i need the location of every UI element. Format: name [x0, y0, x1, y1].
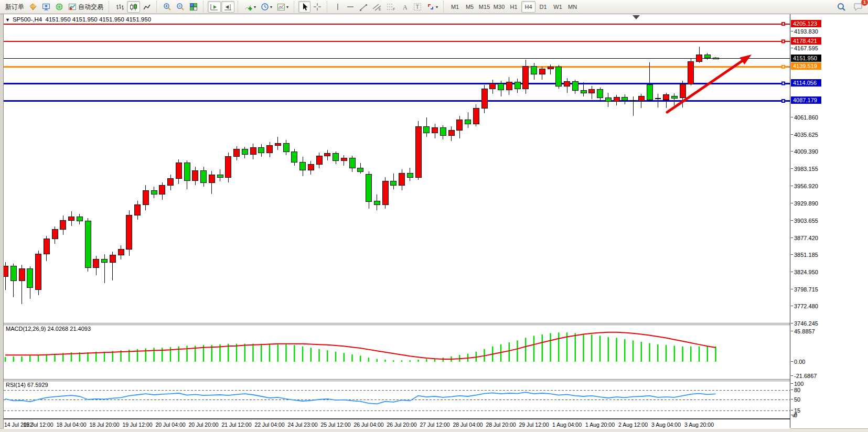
timeframe-button-h4[interactable]: H4 [521, 1, 535, 13]
macd-histogram-bar [699, 347, 700, 362]
user-monitor-icon[interactable] [40, 1, 52, 13]
candle-body [589, 89, 595, 93]
timeframe-button-w1[interactable]: W1 [551, 1, 565, 13]
macd-histogram-bar [401, 360, 402, 362]
macd-histogram-bar [335, 352, 336, 362]
candle-body [680, 84, 685, 98]
search-button[interactable] [835, 1, 848, 13]
macd-histogram-bar [715, 347, 716, 362]
templates-icon [277, 3, 285, 11]
candle-body [10, 266, 16, 280]
price-badge-4087-179: 4087.179 [791, 96, 821, 104]
zoom-in-icon[interactable] [161, 1, 174, 13]
price-tick-label: 3877.420 [794, 235, 818, 241]
hline-4205-123[interactable] [4, 22, 790, 26]
timeframe-button-h1[interactable]: H1 [507, 1, 521, 13]
candle-body [614, 97, 619, 102]
zoom-out-icon[interactable] [174, 1, 187, 13]
chart-canvas[interactable] [4, 15, 790, 420]
chart-shift-marker[interactable] [633, 15, 640, 19]
macd-histogram-bar [575, 333, 576, 362]
trendline-icon[interactable] [357, 1, 370, 13]
timeframe-button-mn[interactable]: MN [565, 1, 580, 13]
time-axis-label: 24 Jul 23:00 [287, 422, 317, 428]
cursor-icon[interactable] [298, 1, 310, 13]
chevron-down-icon: ▾ [436, 5, 438, 9]
horizontal-line-icon[interactable] [344, 1, 357, 13]
chat-button[interactable]: 1 [851, 1, 865, 13]
macd-histogram-bar [302, 347, 303, 362]
candle-body [448, 131, 454, 136]
candle-body [60, 221, 66, 230]
new-order-button[interactable]: 新订单 [2, 1, 26, 13]
candle-body [77, 217, 82, 221]
price-tick-label: 3798.715 [794, 286, 818, 293]
candlestick-chart-icon[interactable] [127, 1, 140, 13]
arrows-dropdown[interactable]: ▾ [424, 1, 440, 13]
horizontal-line-icon-icon [346, 3, 355, 10]
timeframe-button-m15[interactable]: M15 [477, 1, 491, 13]
candle-body [696, 55, 702, 62]
hline-4139-519[interactable] [4, 65, 790, 69]
macd-histogram-bar [277, 344, 278, 362]
macd-histogram-bar [657, 344, 658, 362]
macd-histogram-bar [318, 349, 319, 362]
candle-body [283, 144, 289, 152]
green-globe-icon[interactable] [53, 1, 66, 13]
indicators-dropdown[interactable]: ▾ [242, 1, 258, 13]
macd-histogram-bar [87, 352, 88, 362]
candle-body [308, 164, 314, 170]
crosshair-icon[interactable] [311, 1, 324, 13]
tile-windows-icon[interactable] [187, 1, 200, 13]
rsi-label: RSI(14) 67.5929 [6, 382, 48, 388]
chevron-down-icon: ▾ [254, 5, 256, 9]
macd-signal-line [5, 332, 716, 359]
svg-text:F: F [393, 7, 395, 11]
auto-trading-button[interactable]: 自动交易 [66, 1, 105, 13]
time-axis-label: 1 Aug 04:00 [552, 422, 582, 428]
chart-menu-icon[interactable]: ▼ [5, 17, 10, 23]
candle-body [556, 67, 562, 86]
candle-body [465, 120, 471, 124]
price-tick-label: 3851.185 [794, 252, 818, 258]
text-label-icon[interactable]: T [411, 1, 424, 13]
periods-dropdown[interactable]: ▾ [259, 1, 274, 13]
channel-icon[interactable]: E [370, 1, 384, 13]
timeframe-button-d1[interactable]: D1 [536, 1, 550, 13]
toolbar-separator [443, 1, 446, 13]
gold-package-icon-icon [29, 3, 37, 11]
fibonacci-icon[interactable]: F [384, 1, 398, 13]
vertical-line-icon[interactable] [331, 1, 344, 13]
svg-text:A: A [403, 4, 408, 11]
line-chart-icon[interactable] [141, 1, 153, 13]
candle-body [102, 259, 108, 262]
gold-package-icon[interactable] [27, 1, 39, 13]
macd-histogram-bar [46, 354, 47, 362]
candle-body [259, 147, 264, 153]
hline-4087-179[interactable] [4, 99, 790, 103]
candle-body [638, 96, 644, 101]
toolbar-separator [203, 1, 206, 13]
time-axis-label: 1 Aug 20:00 [585, 422, 615, 428]
text-icon[interactable]: A [399, 1, 411, 13]
templates-dropdown[interactable]: ▾ [275, 1, 291, 13]
timeframe-button-m1[interactable]: M1 [448, 1, 462, 13]
price-tick-label: 3983.155 [794, 166, 818, 172]
candle-body [19, 269, 25, 280]
time-axis-label: 18 Jul 20:00 [89, 422, 119, 428]
bar-chart-icon[interactable] [113, 1, 126, 13]
auto-scroll-icon[interactable] [208, 1, 221, 13]
main-toolbar: 新订单自动交易▾▾▾EFAT▾M1M5M15M30H1H4D1W1MN1 [0, 0, 868, 14]
candle-body [110, 255, 115, 263]
chart-title-row: ▼SP500-,H4 4151.950 4151.950 4151.950 41… [5, 16, 151, 23]
chart-shift-icon[interactable] [221, 1, 234, 13]
window-splitter[interactable] [0, 14, 4, 432]
macd-histogram-bar [633, 340, 634, 362]
candle-body [473, 108, 479, 124]
hline-4178-421[interactable] [4, 39, 790, 43]
timeframe-button-m30[interactable]: M30 [492, 1, 506, 13]
chart-symbol-title: SP500-,H4 [13, 16, 42, 23]
timeframe-button-m5[interactable]: M5 [463, 1, 477, 13]
price-tick-label: 4167.595 [794, 45, 818, 51]
hline-4114-056[interactable] [4, 82, 790, 85]
